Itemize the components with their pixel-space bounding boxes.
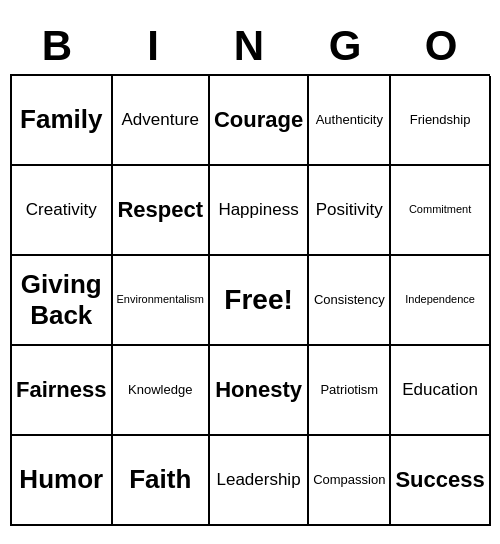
- bingo-cell: Leadership: [210, 436, 309, 526]
- cell-text: Authenticity: [316, 112, 383, 128]
- header-letter: B: [10, 18, 106, 74]
- bingo-cell: Honesty: [210, 346, 309, 436]
- bingo-cell: Fairness: [12, 346, 113, 436]
- header-letter: N: [202, 18, 298, 74]
- bingo-cell: Humor: [12, 436, 113, 526]
- bingo-cell: Adventure: [113, 76, 210, 166]
- bingo-cell: Independence: [391, 256, 490, 346]
- cell-text: Free!: [224, 284, 292, 316]
- bingo-cell: Success: [391, 436, 490, 526]
- cell-text: Success: [395, 467, 484, 493]
- cell-text: Family: [20, 104, 102, 135]
- bingo-cell: Patriotism: [309, 346, 391, 436]
- bingo-cell: Family: [12, 76, 113, 166]
- cell-text: Friendship: [410, 112, 471, 128]
- bingo-cell: Faith: [113, 436, 210, 526]
- cell-text: Honesty: [215, 377, 302, 403]
- cell-text: Commitment: [409, 203, 471, 216]
- bingo-cell: Creativity: [12, 166, 113, 256]
- cell-text: Faith: [129, 464, 191, 495]
- bingo-cell: Respect: [113, 166, 210, 256]
- cell-text: Positivity: [316, 200, 383, 220]
- header-letter: O: [394, 18, 490, 74]
- cell-text: Courage: [214, 107, 303, 133]
- cell-text: Giving Back: [16, 269, 107, 331]
- cell-text: Independence: [405, 293, 475, 306]
- bingo-cell: Free!: [210, 256, 309, 346]
- bingo-cell: Knowledge: [113, 346, 210, 436]
- cell-text: Leadership: [216, 470, 300, 490]
- cell-text: Happiness: [218, 200, 298, 220]
- header-letter: G: [298, 18, 394, 74]
- bingo-cell: Friendship: [391, 76, 490, 166]
- cell-text: Environmentalism: [117, 293, 204, 306]
- bingo-cell: Consistency: [309, 256, 391, 346]
- cell-text: Education: [402, 380, 478, 400]
- bingo-cell: Compassion: [309, 436, 391, 526]
- cell-text: Humor: [19, 464, 103, 495]
- bingo-card: BINGO FamilyAdventureCourageAuthenticity…: [10, 18, 490, 526]
- bingo-header: BINGO: [10, 18, 490, 74]
- cell-text: Compassion: [313, 472, 385, 488]
- cell-text: Fairness: [16, 377, 107, 403]
- bingo-cell: Authenticity: [309, 76, 391, 166]
- header-letter: I: [106, 18, 202, 74]
- bingo-cell: Positivity: [309, 166, 391, 256]
- cell-text: Respect: [117, 197, 203, 223]
- bingo-cell: Education: [391, 346, 490, 436]
- bingo-cell: Commitment: [391, 166, 490, 256]
- cell-text: Knowledge: [128, 382, 192, 398]
- bingo-cell: Giving Back: [12, 256, 113, 346]
- cell-text: Creativity: [26, 200, 97, 220]
- bingo-grid: FamilyAdventureCourageAuthenticityFriend…: [10, 74, 490, 526]
- bingo-cell: Environmentalism: [113, 256, 210, 346]
- cell-text: Adventure: [121, 110, 199, 130]
- cell-text: Patriotism: [320, 382, 378, 398]
- bingo-cell: Courage: [210, 76, 309, 166]
- cell-text: Consistency: [314, 292, 385, 308]
- bingo-cell: Happiness: [210, 166, 309, 256]
